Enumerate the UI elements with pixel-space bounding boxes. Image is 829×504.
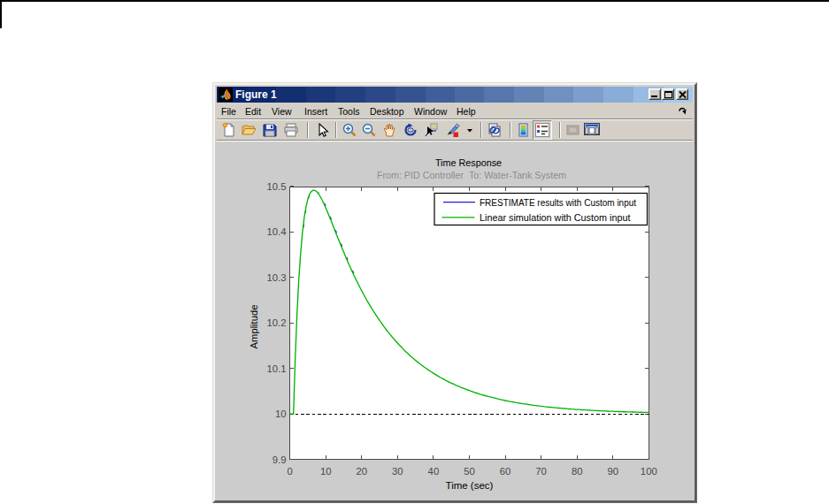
svg-text:30: 30 <box>392 466 403 477</box>
svg-text:90: 90 <box>607 466 618 477</box>
svg-text:70: 70 <box>535 466 547 477</box>
svg-text:10.2: 10.2 <box>267 317 287 328</box>
svg-text:20: 20 <box>356 466 367 477</box>
svg-text:0: 0 <box>287 466 292 477</box>
svg-text:Linear simulation with Custom: Linear simulation with Custom input <box>480 212 630 223</box>
svg-text:50: 50 <box>464 466 475 477</box>
svg-text:10: 10 <box>320 466 332 477</box>
svg-text:10.5: 10.5 <box>267 181 287 192</box>
svg-text:9.9: 9.9 <box>272 454 287 465</box>
svg-text:10.3: 10.3 <box>267 272 287 283</box>
svg-text:Time (sec): Time (sec) <box>446 480 494 491</box>
svg-text:10.1: 10.1 <box>267 363 287 374</box>
svg-text:10: 10 <box>275 409 287 419</box>
svg-text:60: 60 <box>500 466 511 477</box>
svg-text:40: 40 <box>428 466 440 477</box>
svg-text:From: PID Controller To: Wate: From: PID Controller To: Water-Tank Syst… <box>377 170 566 180</box>
svg-text:Amplitude: Amplitude <box>249 305 259 349</box>
svg-text:10.4: 10.4 <box>267 226 287 237</box>
svg-text:FRESTIMATE results with Custom: FRESTIMATE results with Custom input <box>480 198 636 208</box>
svg-text:100: 100 <box>641 466 657 477</box>
svg-text:80: 80 <box>572 466 583 477</box>
svg-text:Time Response: Time Response <box>435 157 502 168</box>
